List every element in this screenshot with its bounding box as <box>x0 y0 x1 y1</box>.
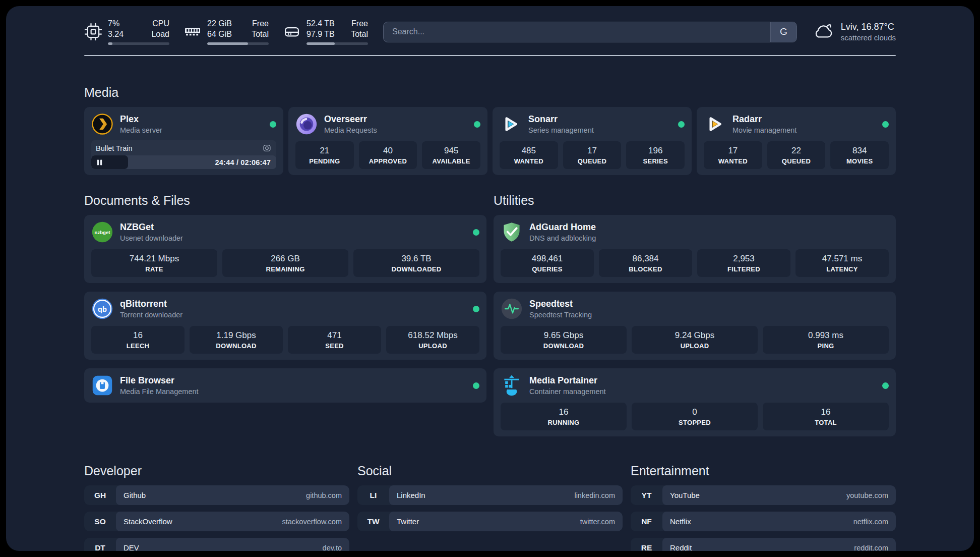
search-input[interactable] <box>384 22 770 42</box>
bookmark-group: Entertainment YT YouTube youtube.com NF … <box>631 464 896 551</box>
service-title: Plex <box>120 114 162 125</box>
resource-progress-fill <box>207 42 248 45</box>
section-documents: Documents & Files nzbget NZBGet Usenet d… <box>84 193 486 403</box>
bookmark-body: Reddit reddit.com <box>662 538 896 551</box>
bookmark-name: StackOverflow <box>124 517 172 526</box>
bookmark-name: Netflix <box>670 517 691 526</box>
resource-labels: Free Total <box>351 19 368 40</box>
service-card[interactable]: File Browser Media File Management <box>84 368 486 403</box>
service-subtitle: Movie management <box>732 126 797 134</box>
service-subtitle: Usenet downloader <box>120 234 183 242</box>
stat-box: 0.993 ms PING <box>763 326 889 354</box>
nzbget-icon: nzbget <box>91 221 113 243</box>
service-card[interactable]: Speedtest Speedtest Tracking 9.65 Gbps D… <box>494 292 896 360</box>
bookmark-body: Github github.com <box>116 485 349 505</box>
bookmark-link[interactable]: RE Reddit reddit.com <box>631 538 896 551</box>
bookmark-link[interactable]: YT YouTube youtube.com <box>631 485 896 505</box>
service-title: AdGuard Home <box>529 222 596 233</box>
weather-widget: Lviv, 16.87°C scattered clouds <box>812 22 896 42</box>
bookmark-link[interactable]: DT DEV dev.to <box>84 538 349 551</box>
service-card-header: Sonarr Series management <box>500 113 685 135</box>
bookmark-link[interactable]: LI LinkedIn linkedin.com <box>357 485 623 505</box>
resource-values: 52.4 TB 97.9 TB <box>307 19 335 40</box>
service-subtitle: Speedtest Tracking <box>529 311 592 319</box>
stat-box: 47.571 ms LATENCY <box>795 249 889 277</box>
bookmark-link[interactable]: SO StackOverflow stackoverflow.com <box>84 512 349 531</box>
bookmark-abbr: RE <box>631 538 662 551</box>
stat-value: 17 <box>565 146 620 156</box>
service-stats-row: 744.21 Mbps RATE 266 GB REMAINING 39.6 T… <box>91 249 479 277</box>
bookmark-abbr: LI <box>357 485 389 505</box>
bookmark-rows: LI LinkedIn linkedin.com TW Twitter twit… <box>357 485 623 531</box>
service-card-header: Overseerr Media Requests <box>295 113 480 135</box>
stat-value: 16 <box>765 407 887 417</box>
stat-label: LATENCY <box>798 265 887 273</box>
utilities-cards: AdGuard Home DNS and adblocking 498,461 … <box>494 215 896 436</box>
resource-value-top: 22 GiB <box>207 19 232 29</box>
stat-box: 1.19 Gbps DOWNLOAD <box>190 326 283 354</box>
service-title: Overseerr <box>324 114 377 125</box>
bookmark-link[interactable]: NF Netflix netflix.com <box>631 512 896 531</box>
service-card[interactable]: Radarr Movie management 17 WANTED 22 QUE… <box>697 107 896 175</box>
stat-label: FILTERED <box>699 265 788 273</box>
stat-label: TOTAL <box>765 419 887 426</box>
search-engine-button[interactable]: G <box>770 22 797 42</box>
bookmark-group-title: Entertainment <box>631 464 896 478</box>
stat-label: AVAILABLE <box>424 157 478 165</box>
stat-label: PING <box>765 342 887 350</box>
bookmark-body: Twitter twitter.com <box>389 512 623 531</box>
service-card[interactable]: qb qBittorrent Torrent downloader 16 LEE… <box>84 292 486 360</box>
bookmark-url: netflix.com <box>853 518 888 526</box>
status-online-dot <box>473 382 479 389</box>
stat-box: 2,953 FILTERED <box>697 249 790 277</box>
service-subtitle: Torrent downloader <box>120 311 182 319</box>
service-stats-row: 485 WANTED 17 QUEUED 196 SERIES <box>500 141 685 169</box>
stat-label: DOWNLOAD <box>503 342 625 350</box>
service-card[interactable]: AdGuard Home DNS and adblocking 498,461 … <box>494 215 896 283</box>
bookmark-url: linkedin.com <box>574 491 615 499</box>
stat-value: 945 <box>424 146 478 156</box>
status-online-dot <box>474 121 480 128</box>
service-card-header: Plex Media server <box>91 113 276 135</box>
pause-icon[interactable] <box>96 158 103 166</box>
service-card[interactable]: Media Portainer Container management 16 … <box>494 368 896 436</box>
bookmark-rows: YT YouTube youtube.com NF Netflix netfli… <box>631 485 896 551</box>
stat-box: 22 QUEUED <box>767 141 826 169</box>
qbittorrent-icon: qb <box>91 298 113 320</box>
resource-label-bottom: Total <box>351 29 368 40</box>
bookmark-body: LinkedIn linkedin.com <box>389 485 623 505</box>
service-text: Radarr Movie management <box>732 114 797 134</box>
overseerr-icon <box>295 113 318 135</box>
service-title: NZBGet <box>120 222 183 233</box>
svg-text:nzbget: nzbget <box>95 230 111 235</box>
section-utilities: Utilities AdGuard Home DNS and adblockin… <box>494 193 896 436</box>
bookmark-url: stackoverflow.com <box>282 518 342 526</box>
service-title: File Browser <box>120 375 199 386</box>
adguard-icon <box>501 221 523 243</box>
playback-time: 24:44 / 02:06:47 <box>215 158 271 166</box>
resource-label-bottom: Load <box>151 29 169 40</box>
memory-icon <box>183 23 202 41</box>
service-card[interactable]: nzbget NZBGet Usenet downloader 744.21 M… <box>84 215 486 283</box>
service-card[interactable]: Plex Media server Bullet Train 24:44 / 0… <box>84 107 283 175</box>
bookmark-abbr: SO <box>84 512 116 531</box>
section-title-media: Media <box>84 85 896 100</box>
filebrowser-icon <box>91 374 113 397</box>
bookmark-link[interactable]: GH Github github.com <box>84 485 349 505</box>
bookmark-link[interactable]: TW Twitter twitter.com <box>357 512 623 531</box>
top-bar: 7% 3.24 CPU Load 22 GiB 64 GiB <box>84 15 896 48</box>
stat-value: 39.6 TB <box>355 254 477 264</box>
stat-value: 17 <box>706 146 760 156</box>
section-media: Media Plex Media server Bullet Train 24:… <box>84 85 896 175</box>
stat-box: 21 PENDING <box>295 141 354 169</box>
service-card[interactable]: Sonarr Series management 485 WANTED 17 Q… <box>493 107 692 175</box>
service-card[interactable]: Overseerr Media Requests 21 PENDING 40 A… <box>288 107 487 175</box>
resource-values: 22 GiB 64 GiB <box>207 19 232 40</box>
stat-box: 485 WANTED <box>500 141 558 169</box>
now-playing-row: Bullet Train <box>91 142 276 155</box>
resource-value-bottom: 64 GiB <box>207 29 232 40</box>
stat-value: 47.571 ms <box>798 254 887 264</box>
bookmark-body: StackOverflow stackoverflow.com <box>116 512 349 531</box>
service-text: NZBGet Usenet downloader <box>120 222 183 242</box>
bookmark-url: dev.to <box>323 544 342 551</box>
